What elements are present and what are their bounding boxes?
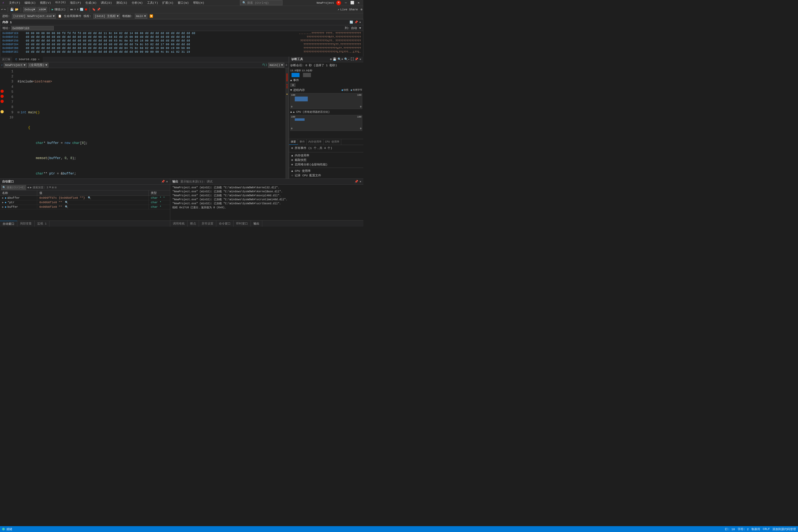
menu-edit[interactable]: 编辑(E) xyxy=(23,0,37,5)
search-val-btn-2[interactable]: 🔍 xyxy=(65,201,68,204)
diag-fullscreen-btn[interactable]: ⛶ xyxy=(350,57,354,61)
heap-analysis-btn[interactable]: ⊕ 启用堆分析(会影响性能) xyxy=(291,163,361,167)
menu-tools[interactable]: 工具(T) xyxy=(146,0,160,5)
thread-dropdown[interactable]: [6416] 主线程 ▼ xyxy=(93,14,120,19)
toolbar-btn-undo[interactable]: ↩ xyxy=(1,8,3,11)
toolbar-btn-redo[interactable]: ↪ xyxy=(4,8,6,11)
memory-unpin-btn[interactable]: 📌 xyxy=(354,20,358,24)
output-tab-breakpoints[interactable]: 断点 xyxy=(188,221,199,227)
auto-tab-auto[interactable]: 自动窗口 xyxy=(0,221,17,227)
live-share-button[interactable]: ↗ Live Share xyxy=(336,7,360,12)
menu-build[interactable]: 生成(B) xyxy=(84,0,98,5)
nav-back-btn[interactable]: ◀ xyxy=(27,186,29,189)
menu-help[interactable]: 帮助(H) xyxy=(191,0,206,5)
continue-button[interactable]: ▶ xyxy=(52,8,54,11)
minimize-button[interactable]: — xyxy=(343,0,348,5)
memory-refresh-btn[interactable]: 🔄 xyxy=(349,20,353,24)
auto-tab-locals[interactable]: 局部变量 xyxy=(17,221,35,227)
pin-btn[interactable]: 📌 xyxy=(97,8,100,11)
memory-content[interactable]: 0x00B8F1E8 00 00 00 00 00 00 00 fd fd fd… xyxy=(0,31,363,57)
diag-settings-btn[interactable]: ⚙ xyxy=(330,57,332,61)
menu-debug[interactable]: 调试(D) xyxy=(99,0,114,5)
filter-icon[interactable]: 🔽 xyxy=(150,14,153,18)
menu-project[interactable]: 项目(P) xyxy=(68,0,83,5)
output-tab-output[interactable]: 输出 xyxy=(251,221,262,227)
diag-cpu-header[interactable]: ▲ ▲ CPU (所有处理器的百分比) xyxy=(290,110,362,114)
diag-zoom-in-btn[interactable]: 🔍+ xyxy=(338,57,343,61)
debug-mode-dropdown[interactable]: Debug ▼ xyxy=(23,7,36,12)
expand-arrow-2[interactable]: ▶ xyxy=(2,201,4,204)
auto-row-2[interactable]: ▶ ◆ *ptr 0x00b8f1e8 "" 🔍 char * xyxy=(0,200,170,205)
output-pin-btn[interactable]: 📌 xyxy=(355,180,358,183)
bookmark-btn[interactable]: 🔖 xyxy=(92,8,96,11)
diag-tab-cpu-usage[interactable]: CPU 使用率 xyxy=(323,139,341,145)
collapse-all-btn[interactable]: ⊟ xyxy=(55,186,57,189)
auto-close-btn[interactable]: ✕ xyxy=(166,180,168,183)
breakpoint-6[interactable] xyxy=(1,95,4,98)
menu-test[interactable]: 测试(S) xyxy=(115,0,129,5)
auto-search-box[interactable]: 🔍 搜索(Ctrl+E) xyxy=(1,185,26,190)
auto-row-1[interactable]: ▶ ◆ &buffer 0x009ffd7c {0x00b8f1e8 ""} 🔍… xyxy=(0,196,170,200)
source-tab[interactable]: C source.cpp ✕ xyxy=(12,56,43,62)
nav-fwd-btn[interactable]: ▶ xyxy=(30,186,32,189)
breakpoint-9[interactable] xyxy=(1,110,4,113)
maximize-button[interactable]: ⬜ xyxy=(349,0,355,5)
all-events-label[interactable]: ⊕ 所有事件 (1 个，共 4 个) xyxy=(291,146,361,150)
output-close-btn[interactable]: ✕ xyxy=(359,180,361,183)
search-depth-dropdown[interactable]: ▼ xyxy=(49,186,51,189)
search-bar[interactable]: 🔍 搜索 (Ctrl+Q) xyxy=(240,0,283,5)
decompile-tab[interactable]: 反汇编 xyxy=(0,56,12,62)
diag-event-header[interactable]: ▲ 事件 xyxy=(290,78,362,82)
memory-close-btn[interactable]: ✕ xyxy=(359,20,361,24)
search-val-btn-3[interactable]: 🔍 xyxy=(65,206,68,209)
capture-snapshot-btn[interactable]: ⊕ 截取快照 xyxy=(291,158,361,162)
add-btn[interactable]: + xyxy=(285,63,288,67)
diag-zoom-out-btn[interactable]: 🔍- xyxy=(344,57,350,61)
source-tab-close[interactable]: ✕ xyxy=(38,58,40,61)
menu-view[interactable]: 视图(V) xyxy=(38,0,53,5)
output-tab-command[interactable]: 命令窗口 xyxy=(216,221,233,227)
expand-arrow-1[interactable]: ▶ xyxy=(2,196,4,200)
diag-tab-summary[interactable]: 摘要 xyxy=(289,139,298,145)
function-dropdown[interactable]: main() ▼ xyxy=(268,63,284,68)
breakpoint-5[interactable] xyxy=(1,90,4,93)
output-tab-immediate[interactable]: 即时窗口 xyxy=(233,221,251,227)
memory-column-chevron[interactable]: ▼ xyxy=(359,26,361,30)
process-dropdown[interactable]: [12192] NewProject.exe ▼ xyxy=(12,14,56,19)
toolbar-btn-save[interactable]: 💾 xyxy=(10,8,14,11)
diag-pin-btn[interactable]: 📌 xyxy=(355,57,358,61)
auto-pin-btn[interactable]: 📌 xyxy=(161,180,165,183)
code-area[interactable]: #include<iostream> ⊟int main() { char* b… xyxy=(15,68,285,178)
menu-git[interactable]: Git(G) xyxy=(54,0,68,5)
step-out-btn[interactable]: ⬆ xyxy=(77,8,79,11)
scope-dropdown[interactable]: (全局范围) ▼ xyxy=(28,63,49,68)
step-over-btn[interactable]: ⏭ xyxy=(70,8,73,11)
diag-tab-mem-usage[interactable]: 内存使用率 xyxy=(307,139,323,145)
stop-btn[interactable]: ⏹ xyxy=(84,8,88,11)
output-tab-exceptions[interactable]: 异常设置 xyxy=(199,221,216,227)
menu-file[interactable]: 文件(F) xyxy=(7,0,22,5)
platform-dropdown[interactable]: x86 ▼ xyxy=(38,7,47,12)
stack-dropdown[interactable]: main ▼ xyxy=(135,14,147,19)
output-tab-callstack[interactable]: 调用堆栈 xyxy=(170,221,188,227)
breakpoint-7[interactable] xyxy=(1,100,4,103)
close-button[interactable]: ✕ xyxy=(356,0,361,5)
menu-window[interactable]: 窗口(W) xyxy=(176,0,190,5)
project-dropdown[interactable]: NewProject ▼ xyxy=(4,63,27,68)
settings-btn[interactable]: ⚙ xyxy=(360,8,362,11)
continue-label[interactable]: 继续(C) xyxy=(55,7,66,12)
diag-tab-events[interactable]: 事件 xyxy=(298,139,307,145)
auto-tab-watch[interactable]: 监视 1 xyxy=(35,221,50,227)
toolbar-btn-open[interactable]: 📂 xyxy=(15,8,19,11)
diag-close-btn[interactable]: ✕ xyxy=(359,57,361,61)
step-into-btn[interactable]: ⬇ xyxy=(74,8,76,11)
restart-btn[interactable]: 🔄 xyxy=(80,8,83,11)
menu-analyze[interactable]: 分析(N) xyxy=(130,0,145,5)
expand-all-btn[interactable]: ⊞ xyxy=(52,186,54,189)
memory-address-input[interactable] xyxy=(11,26,54,30)
diag-save-btn[interactable]: 💾 xyxy=(333,57,337,61)
auto-row-3[interactable]: ▶ ◆ buffer 0x00b8f1e8 "" 🔍 char * xyxy=(0,205,170,209)
editor-scrollbar[interactable] xyxy=(285,68,289,178)
menu-extensions[interactable]: 扩展(X) xyxy=(161,0,175,5)
record-cpu-btn[interactable]: ○ 记录 CPU 配置文件 xyxy=(291,173,361,177)
